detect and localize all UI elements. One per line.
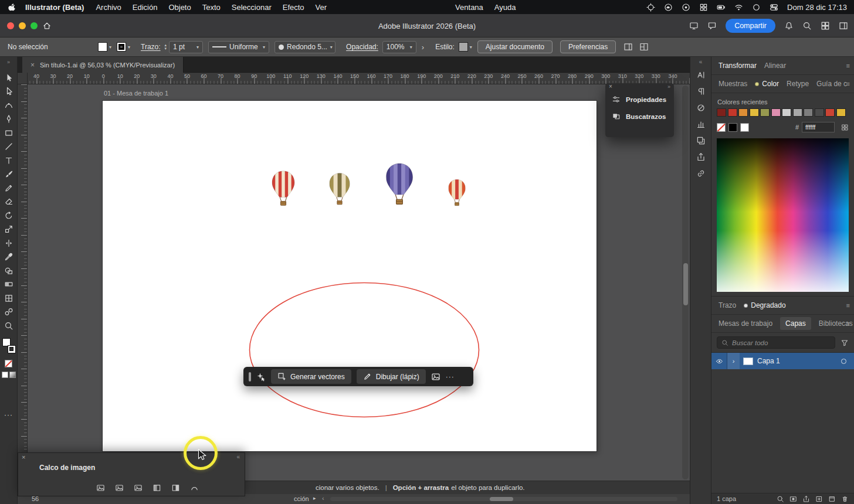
device-preview-icon[interactable]	[689, 21, 699, 30]
color-swatch[interactable]	[760, 108, 770, 117]
paragraph-panel-icon[interactable]	[696, 83, 706, 100]
panel-layout-icon[interactable]	[839, 21, 848, 30]
swatch-options-icon[interactable]	[841, 124, 849, 131]
color-swatch[interactable]	[750, 108, 759, 117]
wifi-icon[interactable]	[734, 3, 743, 12]
tab-retype[interactable]: Retype	[787, 80, 809, 88]
gradient-tool[interactable]	[1, 278, 16, 292]
color-swatch[interactable]	[717, 108, 726, 117]
type-tool[interactable]	[1, 154, 16, 168]
toolbar-collapse-chevrons[interactable]: »	[7, 57, 10, 66]
tab-mesas-de-trabajo[interactable]: Mesas de trabajo	[719, 319, 772, 328]
asset-export-panel-icon[interactable]	[696, 149, 706, 165]
assistant-icon[interactable]	[682, 3, 690, 12]
color-swatch[interactable]	[771, 108, 781, 117]
visibility-eye-icon[interactable]	[711, 353, 727, 369]
color-mode-swatch[interactable]	[2, 372, 8, 378]
width-profile-dropdown[interactable]: Uniforme▾	[208, 41, 269, 53]
scroll-left-icon[interactable]: ‹	[322, 495, 324, 502]
new-layer-icon[interactable]	[828, 495, 836, 503]
trace-preset-low-color-icon[interactable]	[131, 482, 145, 493]
tab-color[interactable]: Color	[755, 80, 779, 88]
panel-menu-icon[interactable]: ≡	[846, 80, 850, 87]
color-swatch[interactable]	[804, 108, 813, 117]
black-swatch[interactable]	[728, 123, 737, 132]
play-icon[interactable]: ▸	[313, 495, 316, 501]
stroke-weight-stepper[interactable]: ▴▾	[165, 43, 167, 50]
generate-vectors-button[interactable]: Generar vectores	[271, 369, 351, 384]
menubar-item-objeto[interactable]: Objeto	[168, 3, 191, 12]
horizontal-ruler[interactable]: 4030201001020304050607080901001101201301…	[18, 73, 690, 84]
menu-bar-clock[interactable]: Dom 28 dic 17:13	[787, 3, 847, 12]
menubar-item-texto[interactable]: Texto	[202, 3, 221, 12]
trace-preset-grayscale-icon[interactable]	[150, 482, 164, 493]
mesh-tool[interactable]	[1, 291, 16, 305]
window-zoom-button[interactable]	[30, 22, 38, 29]
opacity-label[interactable]: Opacidad:	[346, 43, 378, 51]
close-icon[interactable]: ×	[22, 454, 25, 461]
image-icon[interactable]	[431, 372, 440, 382]
window-grid-icon[interactable]	[699, 3, 708, 12]
app-name-menu[interactable]: Illustrator (Beta)	[25, 3, 84, 12]
eraser-tool[interactable]	[1, 195, 16, 209]
color-swatch[interactable]	[782, 108, 791, 117]
expand-chevron-icon[interactable]: ›	[727, 353, 740, 369]
artboard-label[interactable]: 01 - Mesa de trabajo 1	[104, 90, 168, 97]
white-swatch[interactable]	[740, 123, 749, 132]
fit-document-button[interactable]: Ajustar documento	[477, 40, 553, 53]
gradient-mode-swatch[interactable]	[9, 372, 16, 378]
rotate-tool[interactable]	[1, 209, 16, 223]
tab-degradado[interactable]: Degradado	[744, 301, 785, 309]
taskbar-more-icon[interactable]: ···	[446, 373, 455, 381]
horizontal-scroll-thumb[interactable]	[490, 497, 513, 501]
layer-name[interactable]: Capa 1	[757, 357, 780, 365]
menubar-item-ventana[interactable]: Ventana	[455, 3, 483, 12]
search-input[interactable]: Buscar todo	[717, 336, 835, 349]
style-swatch[interactable]	[459, 42, 468, 52]
trace-preset-outline-icon[interactable]	[187, 482, 201, 493]
home-icon[interactable]	[42, 21, 52, 30]
stroke-color-control[interactable]: ▾	[117, 42, 130, 52]
none-swatch[interactable]	[5, 360, 12, 367]
tab-capas[interactable]: Capas	[780, 317, 811, 330]
color-swatch[interactable]	[825, 108, 835, 117]
panel-menu-icon[interactable]: ≡	[846, 62, 850, 69]
tab-close-icon[interactable]: ×	[30, 61, 35, 69]
tab-transformar[interactable]: Transformar	[719, 62, 757, 70]
panel-menu-icon[interactable]: ≡	[846, 302, 850, 309]
color-swatch[interactable]	[836, 108, 846, 117]
draw-pencil-button[interactable]: Dibujar (lápiz)	[357, 369, 426, 384]
workspace-grid-icon[interactable]	[821, 21, 830, 30]
window-minimize-button[interactable]	[19, 22, 26, 29]
scale-tool[interactable]	[1, 223, 16, 237]
battery-icon[interactable]	[717, 3, 726, 12]
color-swatch[interactable]	[793, 108, 802, 117]
close-icon[interactable]: ×	[609, 84, 612, 90]
document-tab[interactable]: × Sin título-1.ai @ 56,03 % (CMYK/Previs…	[22, 57, 184, 73]
stroke-weight-field[interactable]: 1 pt▾	[169, 41, 203, 53]
tab-trazo[interactable]: Trazo	[719, 301, 736, 309]
color-swatch[interactable]	[738, 108, 748, 117]
hot-air-balloon[interactable]	[446, 179, 467, 208]
opacity-options-chevron[interactable]: ›	[422, 43, 424, 52]
links-panel-icon[interactable]	[696, 165, 706, 182]
menubar-item-archivo[interactable]: Archivo	[96, 3, 121, 12]
menubar-item-edición[interactable]: Edición	[133, 3, 158, 12]
hot-air-balloon[interactable]	[327, 172, 353, 207]
delete-icon[interactable]	[841, 495, 849, 503]
hot-air-balloon[interactable]	[270, 170, 297, 209]
pen-tool[interactable]	[1, 113, 16, 127]
vertical-scrollbar[interactable]	[682, 86, 689, 479]
tab-guía-de-c[interactable]: Guía de c	[816, 80, 847, 88]
pencil-tool[interactable]	[1, 181, 16, 195]
layer-row[interactable]: ›Capa 1	[711, 353, 854, 369]
search-icon[interactable]	[802, 21, 812, 30]
canvas[interactable]: 01 - Mesa de trabajo 1 Generar vectores …	[18, 84, 690, 481]
spotlight-icon[interactable]	[752, 3, 761, 12]
arrange-documents-icon[interactable]	[639, 42, 649, 52]
fill-swatch[interactable]	[98, 42, 107, 52]
collect-export-icon[interactable]	[802, 495, 810, 503]
apple-menu-icon[interactable]	[7, 3, 16, 12]
menubar-item-ayuda[interactable]: Ayuda	[494, 3, 516, 12]
menubar-item-efecto[interactable]: Efecto	[283, 3, 304, 12]
